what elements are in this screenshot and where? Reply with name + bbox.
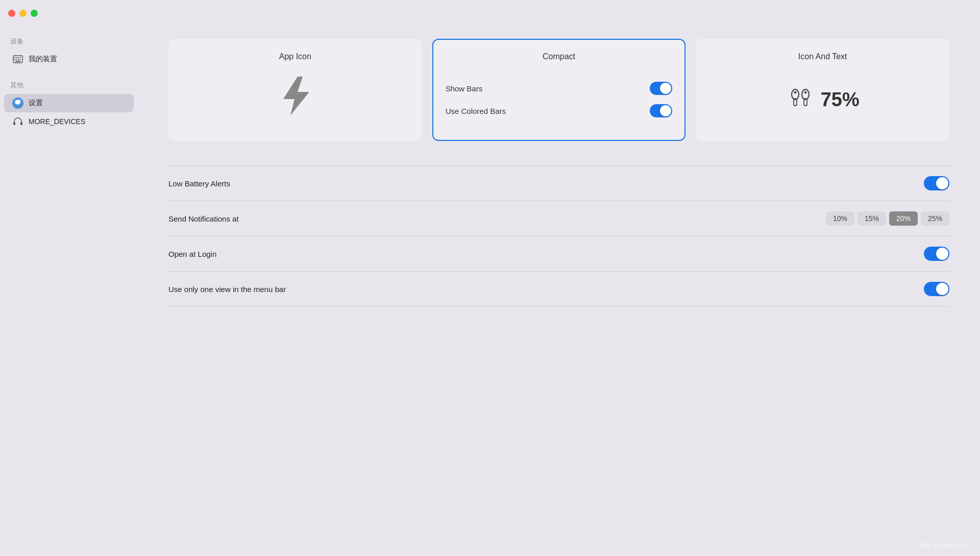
sidebar-item-settings[interactable]: 设置 xyxy=(4,94,134,112)
open-at-login-toggle[interactable] xyxy=(924,247,949,261)
svg-rect-8 xyxy=(20,59,21,60)
close-button[interactable] xyxy=(8,10,15,17)
one-view-menu-bar-label: Use only one view in the menu bar xyxy=(168,285,286,294)
keyboard-icon xyxy=(12,54,23,65)
low-battery-alerts-row: Low Battery Alerts xyxy=(168,166,949,201)
compact-toggles: Show Bars Use Colored Bars xyxy=(446,71,673,128)
view-cards: App Icon Compact Show Bars xyxy=(168,39,949,141)
show-bars-row: Show Bars xyxy=(446,82,673,95)
maximize-button[interactable] xyxy=(31,10,38,17)
low-battery-alerts-knob xyxy=(936,177,948,189)
sidebar-item-more-devices[interactable]: MORE_DEVICES xyxy=(4,112,134,131)
low-battery-alerts-toggle[interactable] xyxy=(924,176,949,190)
show-bars-label: Show Bars xyxy=(446,84,483,93)
compact-title: Compact xyxy=(543,52,575,61)
icon-and-text-percentage: 75% xyxy=(821,89,860,111)
show-bars-knob xyxy=(660,83,671,94)
low-battery-alerts-label: Low Battery Alerts xyxy=(168,179,230,188)
pct-btn-25[interactable]: 25% xyxy=(921,211,949,226)
icon-text-preview-area: 75% xyxy=(786,71,860,128)
gear-icon xyxy=(12,98,23,109)
titlebar xyxy=(0,0,980,27)
svg-rect-10 xyxy=(13,122,15,125)
low-battery-alerts-control xyxy=(924,176,949,190)
app-container: 设备 我的装置 其他 xyxy=(0,27,980,556)
app-icon-title: App Icon xyxy=(279,52,311,61)
svg-rect-2 xyxy=(16,57,17,58)
icon-and-text-card[interactable]: Icon And Text xyxy=(696,39,949,141)
airpods-icon xyxy=(786,83,815,116)
my-device-label: 我的装置 xyxy=(29,55,57,64)
one-view-menu-bar-row: Use only one view in the menu bar xyxy=(168,272,949,307)
use-colored-bars-knob xyxy=(660,105,671,116)
headphone-icon xyxy=(12,116,23,127)
minimize-button[interactable] xyxy=(19,10,27,17)
sidebar: 设备 我的装置 其他 xyxy=(0,27,138,556)
open-at-login-label: Open at Login xyxy=(168,250,216,258)
section-label-device: 设备 xyxy=(0,35,138,50)
send-notifications-control: 10% 15% 20% 25% xyxy=(826,211,949,226)
svg-rect-1 xyxy=(14,57,15,58)
send-notifications-label: Send Notifications at xyxy=(168,214,239,223)
svg-rect-11 xyxy=(20,122,22,125)
app-icon-area xyxy=(281,71,309,128)
open-at-login-control xyxy=(924,247,949,261)
show-bars-toggle[interactable] xyxy=(650,82,672,95)
icon-and-text-title: Icon And Text xyxy=(798,52,847,61)
use-colored-bars-label: Use Colored Bars xyxy=(446,107,506,115)
settings-section: Low Battery Alerts Send Notifications at… xyxy=(168,165,949,307)
pct-btn-20[interactable]: 20% xyxy=(889,211,918,226)
one-view-menu-bar-control xyxy=(924,282,949,296)
svg-point-14 xyxy=(794,91,796,93)
svg-rect-5 xyxy=(14,59,15,60)
svg-rect-3 xyxy=(18,57,19,58)
sidebar-item-my-device[interactable]: 我的装置 xyxy=(4,50,134,68)
svg-point-17 xyxy=(804,91,806,93)
settings-label: 设置 xyxy=(29,99,43,108)
section-label-other: 其他 xyxy=(0,79,138,94)
pct-btn-10[interactable]: 10% xyxy=(826,211,854,226)
main-content: App Icon Compact Show Bars xyxy=(138,27,980,556)
icon-text-preview: 75% xyxy=(786,83,860,116)
svg-rect-9 xyxy=(15,61,20,62)
traffic-lights xyxy=(8,10,38,17)
svg-rect-6 xyxy=(16,59,17,60)
send-notifications-row: Send Notifications at 10% 15% 20% 25% xyxy=(168,201,949,236)
svg-rect-7 xyxy=(18,59,19,60)
use-colored-bars-toggle[interactable] xyxy=(650,104,672,117)
pct-btn-15[interactable]: 15% xyxy=(857,211,886,226)
open-at-login-row: Open at Login xyxy=(168,236,949,272)
svg-rect-4 xyxy=(20,57,21,58)
one-view-menu-bar-toggle[interactable] xyxy=(924,282,949,296)
compact-card[interactable]: Compact Show Bars Use Colored Bars xyxy=(432,39,686,141)
open-at-login-knob xyxy=(936,248,948,260)
use-colored-bars-row: Use Colored Bars xyxy=(446,104,673,117)
app-icon-card[interactable]: App Icon xyxy=(168,39,422,141)
more-devices-label: MORE_DEVICES xyxy=(29,117,85,126)
lightning-icon xyxy=(281,76,309,124)
one-view-menu-bar-knob xyxy=(936,283,948,295)
